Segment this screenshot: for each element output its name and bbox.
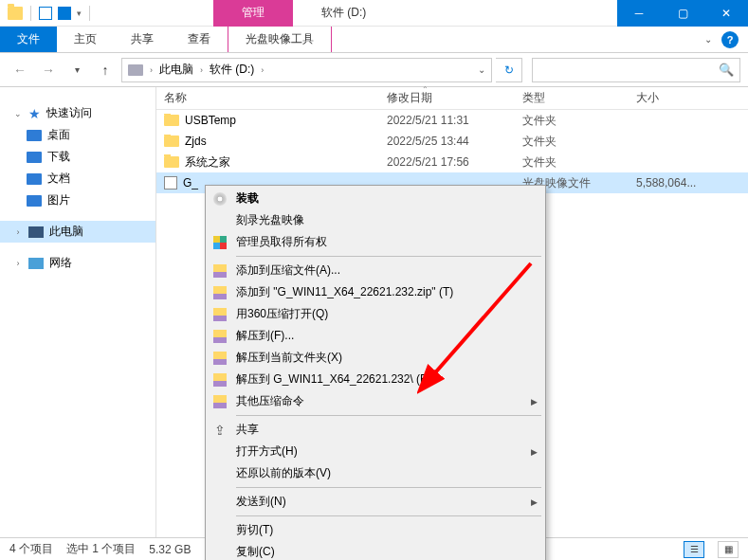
tab-share[interactable]: 共享 [114,27,171,52]
view-icons-button[interactable]: ▦ [718,541,739,558]
sidebar-label: 下载 [47,149,70,165]
collapse-ribbon-button[interactable]: ⌄ [704,34,712,45]
column-type[interactable]: 类型 [515,90,629,106]
chevron-right-icon: ▶ [531,497,538,507]
sidebar-item-this-pc[interactable]: › 此电脑 [0,221,155,243]
context-menu-item[interactable]: 其他压缩命令▶ [208,390,543,412]
cell-name: 系统之家 [156,154,379,171]
chevron-right-icon[interactable]: › [13,259,23,268]
archive-icon [211,371,228,388]
context-menu-separator [236,515,541,516]
blank-icon [211,465,228,482]
file-tab-label: 文件 [17,31,40,47]
archive-icon [211,284,228,301]
column-label: 类型 [522,91,545,104]
column-label: 大小 [636,91,659,104]
sidebar-label: 此电脑 [49,224,83,240]
context-menu-item[interactable]: 管理员取得所有权 [208,231,543,253]
context-menu-item[interactable]: 用360压缩打开(Q) [208,303,543,325]
file-row[interactable]: USBTemp2022/5/21 11:31文件夹 [156,110,748,131]
chevron-right-icon[interactable]: › [13,227,23,237]
tab-label: 光盘映像工具 [246,31,314,47]
recent-locations-button[interactable]: ▾ [64,58,89,82]
separator [30,6,31,21]
context-menu-item[interactable]: 发送到(N)▶ [208,491,543,513]
qat-btn-2[interactable] [58,7,71,20]
cell-type: 文件夹 [515,154,629,171]
context-menu-item[interactable]: 添加到压缩文件(A)... [208,260,543,281]
context-menu-label: 解压到 G_WIN11_X64_22621.232\ (E) [236,371,538,388]
maximize-button[interactable]: ▢ [661,0,704,27]
context-menu-item[interactable]: 解压到当前文件夹(X) [208,347,543,369]
context-menu-item[interactable]: 刻录光盘映像 [208,209,543,231]
sidebar-item-pictures[interactable]: 图片 [0,190,155,211]
sidebar-item-documents[interactable]: 文档 [0,168,155,190]
breadcrumb-dropdown[interactable]: ⌄ [478,64,485,75]
share-icon: ⇪ [211,422,228,439]
context-menu-label: 添加到 "G_WIN11_X64_22621.232.zip" (T) [236,284,538,300]
chevron-right-icon[interactable]: › [261,65,264,75]
breadcrumb[interactable]: › 此电脑 › 软件 (D:) › ⌄ [121,58,492,82]
minimize-button[interactable]: ─ [617,0,661,27]
context-menu-item[interactable]: 装载 [208,188,543,209]
context-menu-label: 其他压缩命令 [236,393,523,409]
context-menu-item[interactable]: 解压到 G_WIN11_X64_22621.232\ (E) [208,369,543,390]
column-name[interactable]: 名称 [156,90,379,106]
up-button[interactable]: ↑ [93,58,118,82]
tab-view[interactable]: 查看 [171,27,228,52]
blank-icon [211,443,228,461]
column-size[interactable]: 大小 [629,90,748,106]
file-row[interactable]: 系统之家2022/5/21 17:56文件夹 [156,152,748,172]
sidebar-item-network[interactable]: › 网络 [0,252,155,274]
context-menu-label: 剪切(T) [236,522,538,538]
breadcrumb-item[interactable]: 此电脑 [159,62,193,78]
context-menu-item[interactable]: 复制(C) [208,541,543,560]
tab-disc-image-tools[interactable]: 光盘映像工具 [228,27,332,52]
chevron-down-icon[interactable]: ▾ [77,9,82,18]
qat-btn-1[interactable] [39,7,52,20]
context-menu-item[interactable]: ⇪共享 [208,419,543,441]
column-date[interactable]: 修改日期 [379,90,515,106]
search-box[interactable]: 🔍 [532,58,740,82]
pictures-icon [27,195,42,207]
sidebar-item-quick-access[interactable]: ⌄ ★ 快速访问 [0,102,155,124]
contextual-tab-label: 管理 [242,5,265,21]
file-row[interactable]: Zjds2022/5/25 13:44文件夹 [156,131,748,152]
context-menu-item[interactable]: 添加到 "G_WIN11_X64_22621.232.zip" (T) [208,281,543,303]
column-headers: 名称 修改日期 类型 大小 [156,87,748,110]
forward-button[interactable]: → [36,58,61,82]
nav-bar: ← → ▾ ↑ › 此电脑 › 软件 (D:) › ⌄ ↻ 🔍 [0,53,748,87]
sidebar-label: 桌面 [47,127,70,143]
context-menu-item[interactable]: 解压到(F)... [208,325,543,347]
context-menu-item[interactable]: 还原以前的版本(V) [208,462,543,484]
context-menu-label: 用360压缩打开(Q) [236,306,538,322]
shield-icon [211,234,228,251]
context-menu-item[interactable]: 剪切(T) [208,519,543,541]
file-tab[interactable]: 文件 [0,27,57,52]
chevron-down-icon[interactable]: ⌄ [13,109,23,118]
back-button[interactable]: ← [8,58,32,82]
close-button[interactable]: ✕ [704,0,748,27]
folder-icon [8,7,23,20]
context-menu-label: 刻录光盘映像 [236,212,538,228]
breadcrumb-item[interactable]: 软件 (D:) [210,62,254,78]
search-icon: 🔍 [719,63,734,77]
sidebar-item-downloads[interactable]: 下载 [0,146,155,168]
chevron-right-icon[interactable]: › [200,65,203,75]
sort-indicator-icon: ⌃ [422,85,429,94]
tab-home[interactable]: 主页 [57,27,114,52]
refresh-button[interactable]: ↻ [496,58,522,82]
title-bar: ▾ 管理 软件 (D:) ─ ▢ ✕ [0,0,748,27]
star-icon: ★ [28,106,41,121]
help-icon[interactable]: ? [721,31,739,48]
ribbon-right: ⌄ ? [695,27,748,52]
view-details-button[interactable]: ☰ [684,541,704,558]
archive-icon [211,393,228,410]
sidebar-item-desktop[interactable]: 桌面 [0,124,155,146]
sidebar-label: 网络 [49,255,72,271]
archive-icon [211,350,228,367]
chevron-right-icon[interactable]: › [150,65,153,75]
context-menu-item[interactable]: 打开方式(H)▶ [208,441,543,462]
folder-icon [164,115,179,126]
archive-icon [211,306,228,323]
